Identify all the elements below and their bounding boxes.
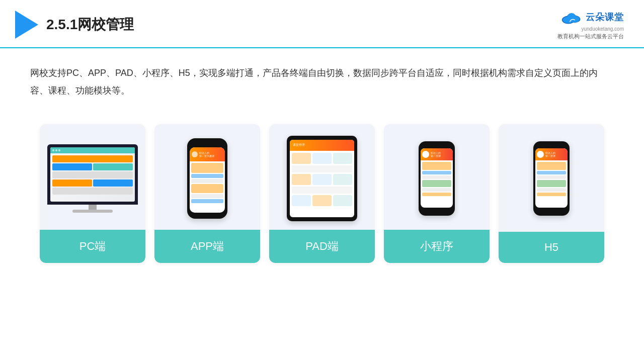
- card-app-image: 职达人的第一堂兴趣课: [154, 124, 260, 230]
- svg-point-5: [568, 13, 576, 20]
- card-mini-label: 小程序: [384, 230, 490, 263]
- card-mini: 职达人的第一堂课 小程序: [384, 124, 490, 263]
- description-paragraph: 网校支持PC、APP、PAD、小程序、H5，实现多端打通，产品各终端自由切换，数…: [30, 64, 614, 99]
- header-left: 2.5.1网校管理: [15, 11, 134, 39]
- logo-triangle-icon: [15, 11, 38, 39]
- card-pad: 课堂管理: [269, 124, 375, 263]
- card-pc: PC端: [40, 124, 145, 263]
- pad-tablet-icon: 课堂管理: [287, 136, 357, 221]
- brand-url-text: yunduoketang.com: [581, 26, 624, 32]
- brand-cloud-row: 云朵课堂: [559, 9, 624, 25]
- description-text: 网校支持PC、APP、PAD、小程序、H5，实现多端打通，产品各终端自由切换，数…: [0, 48, 644, 104]
- card-pc-image: [40, 124, 145, 230]
- card-pc-label: PC端: [40, 230, 145, 263]
- card-pad-image: 课堂管理: [269, 124, 375, 230]
- card-h5-image: 职达人的第一堂课: [499, 124, 604, 230]
- card-h5-label: H5: [499, 232, 604, 263]
- cloud-icon: [559, 9, 584, 25]
- card-pad-label: PAD端: [269, 230, 375, 263]
- mini-phone-icon: 职达人的第一堂课: [419, 141, 455, 216]
- platform-cards-container: PC端 职达人的第一堂兴趣课: [0, 109, 644, 278]
- h5-phone-icon: 职达人的第一堂课: [533, 141, 570, 216]
- card-mini-image: 职达人的第一堂课: [384, 124, 490, 230]
- brand-slogan: 教育机构一站式服务云平台: [557, 33, 624, 40]
- pc-monitor-icon: [47, 144, 138, 213]
- header-right: 云朵课堂 yunduoketang.com 教育机构一站式服务云平台: [557, 9, 624, 40]
- app-phone-icon: 职达人的第一堂兴趣课: [187, 138, 227, 219]
- page-title: 2.5.1网校管理: [46, 15, 134, 34]
- page-header: 2.5.1网校管理 云朵课堂 yunduoketang.com: [0, 0, 644, 48]
- brand-logo: 云朵课堂 yunduoketang.com 教育机构一站式服务云平台: [557, 9, 624, 40]
- card-app: 职达人的第一堂兴趣课 APP端: [154, 124, 260, 263]
- card-app-label: APP端: [154, 230, 260, 263]
- card-h5: 职达人的第一堂课 H5: [499, 124, 604, 263]
- brand-name-text: 云朵课堂: [586, 11, 624, 23]
